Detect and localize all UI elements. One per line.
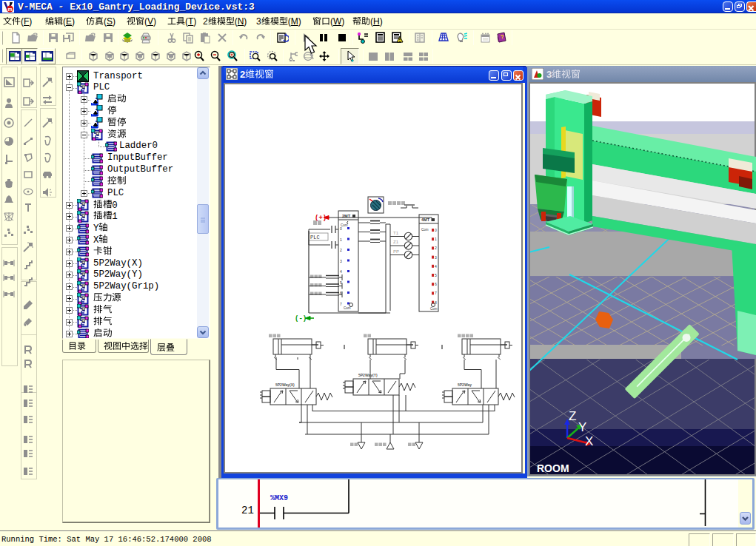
svg-text:5: 5 [340, 280, 342, 285]
svg-text:Com: Com [421, 228, 429, 232]
svg-text:4MT: 4MT [421, 218, 430, 222]
svg-text:(-): (-) [295, 315, 307, 323]
svg-text:3: 3 [340, 259, 342, 263]
svg-text:ROOM: ROOM [537, 462, 569, 474]
svg-text:0: 0 [340, 226, 342, 231]
svg-text:4: 4 [435, 264, 437, 269]
svg-text:0: 0 [435, 228, 437, 232]
svg-text:4: 4 [340, 269, 342, 274]
svg-text:5: 5 [435, 273, 437, 277]
svg-text:PLC: PLC [310, 235, 320, 240]
svg-text:T1: T1 [393, 231, 399, 235]
svg-text:5P2Way(Y): 5P2Way(Y) [358, 373, 378, 377]
svg-text:5P2Way(X): 5P2Way(X) [275, 382, 295, 387]
svg-text:1: 1 [340, 237, 342, 242]
svg-text:6: 6 [435, 282, 437, 286]
svg-text:Z: Z [569, 409, 576, 423]
svg-text:3: 3 [435, 255, 437, 260]
svg-text:m: m [7, 7, 12, 12]
svg-text:2MT: 2MT [342, 214, 351, 218]
svg-text:Com: Com [430, 307, 438, 311]
svg-text:Com: Com [344, 306, 351, 310]
svg-text:Y: Y [578, 420, 586, 434]
svg-text:2: 2 [435, 246, 437, 250]
svg-text:1: 1 [435, 237, 437, 241]
svg-text:7: 7 [435, 291, 437, 295]
svg-text:7: 7 [340, 302, 342, 306]
svg-text:5P2Way: 5P2Way [458, 382, 472, 387]
svg-text:2: 2 [340, 248, 342, 252]
svg-text:6: 6 [340, 291, 342, 295]
svg-text:Z1: Z1 [393, 240, 399, 244]
svg-text:PP: PP [393, 249, 399, 254]
svg-text:X: X [585, 434, 593, 448]
